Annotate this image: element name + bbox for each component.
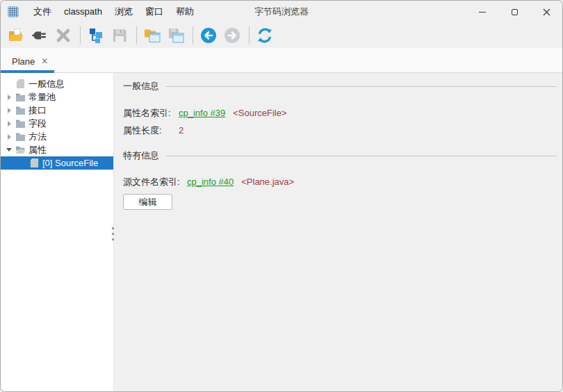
section-general-info: 一般信息 — [123, 80, 557, 92]
resolved-value: <Plane.java> — [241, 176, 294, 188]
section-divider-line — [165, 86, 557, 87]
close-file-button[interactable] — [52, 25, 74, 46]
tree-item-general-info[interactable]: 一般信息 — [1, 77, 113, 90]
field-label: 属性长度: — [123, 124, 179, 136]
folder-window-icon — [144, 27, 161, 44]
plug-icon — [31, 27, 48, 44]
menu-classpath[interactable]: classpath — [58, 1, 108, 23]
tree-item-constant-pool[interactable]: 常量池 — [1, 90, 113, 104]
maximize-icon — [512, 9, 518, 15]
expander-spacer — [3, 79, 15, 90]
tree-item-label: 常量池 — [28, 91, 56, 104]
section-divider-line — [165, 156, 557, 156]
folder-closed-icon — [15, 118, 26, 129]
close-file-icon — [55, 27, 72, 44]
back-arrow-icon — [200, 27, 217, 44]
reload-button[interactable] — [254, 25, 276, 46]
open-folder-icon — [8, 27, 24, 44]
menu-window[interactable]: 窗口 — [139, 1, 170, 23]
section-title: 一般信息 — [123, 80, 159, 92]
class-structure-tree: 一般信息 常量池 接口 字段 — [1, 73, 114, 391]
tree-structure-icon — [88, 27, 104, 44]
forward-button[interactable] — [221, 25, 243, 46]
tree-item-label: 字段 — [28, 117, 47, 130]
tab-plane[interactable]: Plane ✕ — [1, 50, 56, 72]
tree-item-label: 一般信息 — [28, 78, 65, 90]
minimize-icon — [479, 12, 486, 13]
menu-help[interactable]: 帮助 — [170, 1, 200, 23]
close-button[interactable] — [530, 1, 562, 23]
backward-button[interactable] — [197, 25, 220, 46]
section-specific-info: 特有信息 — [123, 149, 557, 162]
folder-closed-icon — [15, 92, 26, 103]
tree-item-label: [0] SourceFile — [42, 158, 98, 168]
open-class-file-button[interactable] — [5, 25, 27, 46]
tree-item-fields[interactable]: 字段 — [1, 117, 113, 130]
forward-arrow-icon — [224, 27, 240, 44]
caption-buttons — [466, 1, 562, 23]
expander-spacer — [17, 158, 28, 169]
document-icon — [28, 158, 40, 169]
save-window-button[interactable] — [165, 25, 187, 46]
expanded-expander-icon[interactable] — [3, 145, 15, 156]
field-value: 2 — [179, 124, 183, 136]
tab-close-icon[interactable]: ✕ — [41, 57, 48, 65]
folder-open-icon — [15, 145, 26, 156]
field-label: 属性名索引: — [123, 107, 179, 119]
tab-label: Plane — [12, 56, 35, 67]
tab-bar: Plane ✕ — [1, 48, 562, 73]
open-in-window-button[interactable] — [141, 25, 163, 46]
menu-file[interactable]: 文件 — [27, 1, 58, 23]
attribute-length-row: 属性长度: 2 — [123, 124, 557, 136]
classpath-plug-button[interactable] — [28, 25, 51, 46]
collapsed-expander-icon[interactable] — [3, 105, 15, 116]
field-label: 源文件名索引: — [123, 176, 187, 188]
maximize-button[interactable] — [498, 1, 530, 23]
panel-splitter-handle[interactable] — [111, 227, 115, 240]
titlebar: 字节码浏览器 文件 classpath 浏览 窗口 帮助 — [1, 1, 562, 23]
save-disk-icon — [111, 27, 128, 44]
menu-browse[interactable]: 浏览 — [108, 1, 139, 23]
collapsed-expander-icon[interactable] — [3, 118, 15, 129]
tree-item-attributes[interactable]: 属性 — [1, 143, 113, 156]
tree-item-label: 属性 — [28, 144, 47, 156]
tree-item-label: 接口 — [28, 104, 47, 117]
close-icon — [543, 8, 550, 16]
save-button[interactable] — [108, 25, 131, 46]
attribute-name-index-row: 属性名索引: cp_info #39 <SourceFile> — [123, 107, 557, 119]
tree-item-label: 方法 — [28, 131, 47, 143]
tree-item-methods[interactable]: 方法 — [1, 130, 113, 143]
edit-button[interactable]: 编辑 — [123, 194, 172, 210]
save-window-icon — [168, 27, 184, 44]
tree-item-sourcefile[interactable]: [0] SourceFile — [1, 156, 113, 170]
toolbar-separator — [136, 26, 137, 44]
minimize-button[interactable] — [466, 1, 498, 23]
app-window: 字节码浏览器 文件 classpath 浏览 窗口 帮助 — [0, 0, 563, 392]
attribute-detail-panel: 一般信息 属性名索引: cp_info #39 <SourceFile> 属性长… — [114, 73, 562, 391]
toolbar-separator — [193, 26, 193, 44]
folder-closed-icon — [15, 105, 26, 116]
app-icon — [8, 6, 19, 17]
collapsed-expander-icon[interactable] — [3, 92, 15, 103]
browse-structure-button[interactable] — [85, 25, 107, 46]
menubar: 文件 classpath 浏览 窗口 帮助 — [27, 1, 200, 23]
main-area: 一般信息 常量池 接口 字段 — [1, 73, 562, 391]
section-title: 特有信息 — [123, 149, 159, 162]
toolbar-separator — [249, 26, 250, 44]
cp-info-link[interactable]: cp_info #40 — [187, 176, 234, 188]
tree-item-interfaces[interactable]: 接口 — [1, 104, 113, 117]
document-icon — [15, 79, 26, 90]
resolved-value: <SourceFile> — [233, 107, 286, 119]
folder-closed-icon — [15, 131, 26, 142]
collapsed-expander-icon[interactable] — [3, 131, 15, 142]
toolbar — [1, 23, 562, 48]
reload-icon — [256, 27, 273, 44]
toolbar-separator — [80, 26, 81, 44]
cp-info-link[interactable]: cp_info #39 — [179, 107, 225, 119]
source-file-index-row: 源文件名索引: cp_info #40 <Plane.java> — [123, 176, 557, 188]
